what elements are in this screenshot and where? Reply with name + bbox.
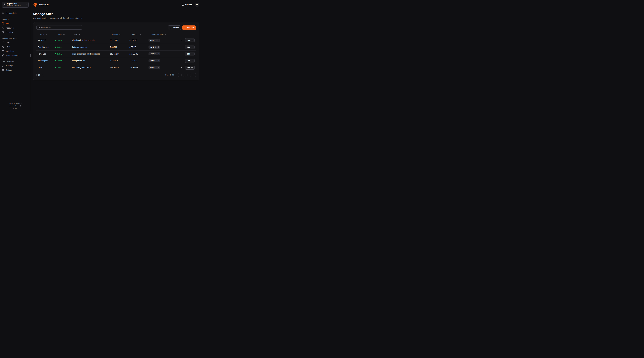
sidebar-item-api-keys[interactable]: API Keys bbox=[0, 63, 30, 68]
online-status-cell: Online bbox=[55, 39, 72, 41]
sidebar-item-label: Shareable Links bbox=[6, 54, 18, 57]
avatar[interactable]: M bbox=[195, 2, 199, 7]
online-status-cell: Online bbox=[55, 46, 72, 48]
column-header-name[interactable]: Name bbox=[36, 33, 55, 35]
search-input[interactable] bbox=[41, 26, 81, 28]
sidebar-item-resources[interactable]: Resources bbox=[0, 26, 30, 30]
table-row: Jeff's Laptop Online smug-brown-rat 12.6… bbox=[36, 57, 196, 64]
column-header-site[interactable]: Site bbox=[72, 33, 110, 35]
user-icon bbox=[2, 41, 4, 43]
sort-icon bbox=[164, 33, 166, 35]
chevron-left-icon bbox=[184, 74, 186, 76]
online-dot bbox=[55, 46, 56, 48]
column-header-data-in[interactable]: Data In bbox=[110, 33, 130, 35]
edit-button[interactable]: Edit bbox=[185, 38, 195, 42]
refresh-label: Refresh bbox=[172, 27, 179, 29]
online-status-label: Online bbox=[57, 67, 62, 69]
connection-type-name: Newt bbox=[150, 67, 154, 68]
row-menu-button[interactable] bbox=[180, 53, 182, 55]
globe-icon bbox=[2, 31, 4, 33]
online-status-label: Online bbox=[57, 46, 62, 48]
site-name-cell: Jeff's Laptop bbox=[36, 60, 55, 62]
connection-type-name: Newt bbox=[150, 53, 154, 55]
section-label-organization: ORGANIZATION bbox=[0, 61, 30, 62]
column-label: Site bbox=[74, 33, 77, 35]
theme-toggle[interactable]: System bbox=[182, 4, 192, 6]
building-icon bbox=[4, 3, 6, 6]
sidebar-item-users[interactable]: Users bbox=[0, 40, 30, 44]
sidebar-item-domains[interactable]: Domains bbox=[0, 30, 30, 34]
connection-type-badge: Newt v1.3.2 bbox=[148, 45, 160, 49]
column-header-connection-type[interactable]: Connection Type bbox=[148, 33, 173, 35]
column-header-online[interactable]: Online bbox=[55, 33, 72, 35]
edit-button[interactable]: Edit bbox=[185, 45, 195, 49]
community-edition-link[interactable]: Community Edition bbox=[8, 103, 22, 104]
topbar-right: System M bbox=[182, 2, 199, 7]
data-in-cell: 112.42 GB bbox=[110, 53, 130, 55]
last-page-button[interactable] bbox=[192, 73, 196, 77]
avatar-initial: M bbox=[196, 4, 198, 6]
sidebar-item-settings[interactable]: Settings bbox=[0, 68, 30, 72]
sidebar-item-invitations[interactable]: Invitations bbox=[0, 49, 30, 53]
data-in-cell: 12.65 GB bbox=[110, 60, 130, 62]
sidebar-item-shareable-links[interactable]: Shareable Links bbox=[0, 53, 30, 58]
next-page-button[interactable] bbox=[188, 73, 191, 77]
chevron-right-icon bbox=[188, 74, 190, 76]
sidebar-item-label: Users bbox=[6, 41, 10, 43]
site-name-cell: AWS VPC bbox=[36, 39, 55, 41]
online-status-label: Online bbox=[57, 39, 62, 41]
sidebar-item-label: API Keys bbox=[6, 65, 13, 67]
connection-type-name: Newt bbox=[150, 60, 154, 62]
key-icon bbox=[2, 65, 4, 67]
refresh-button[interactable]: Refresh bbox=[168, 25, 181, 30]
online-dot bbox=[55, 40, 56, 41]
online-status-label: Online bbox=[57, 53, 62, 55]
brand[interactable]: PANGOLIN bbox=[33, 3, 49, 7]
search-box[interactable] bbox=[36, 25, 82, 29]
page-subtitle: Allow connectivity to your network throu… bbox=[33, 17, 199, 19]
chevrons-up-down-icon bbox=[25, 4, 27, 5]
table-body: AWS VPC Online vivacious-little-blue-pen… bbox=[36, 37, 196, 71]
previous-page-button[interactable] bbox=[183, 73, 186, 77]
add-site-button[interactable]: Add Site bbox=[182, 25, 196, 30]
edit-label: Edit bbox=[187, 46, 190, 48]
online-status-cell: Online bbox=[55, 67, 72, 69]
table-row: Office Online welcome-giant-mole-rat 534… bbox=[36, 64, 196, 71]
arrow-right-icon bbox=[191, 60, 193, 62]
arrow-right-icon bbox=[191, 46, 193, 48]
data-in-cell: 30.12 MB bbox=[110, 39, 130, 41]
page-size-select[interactable]: 20 bbox=[36, 73, 44, 77]
brand-name: PANGOLIN bbox=[39, 4, 49, 6]
row-actions: Edit bbox=[173, 45, 196, 49]
row-menu-button[interactable] bbox=[180, 46, 182, 48]
org-selector-title: Organization bbox=[7, 3, 24, 5]
row-menu-button[interactable] bbox=[180, 60, 182, 62]
connection-type-cell: Newt v1.3.2 bbox=[148, 52, 173, 55]
connection-type-badge: Newt v1.3.2 bbox=[148, 66, 160, 69]
table-row: Home Lab Online dead-san-joaquin-antelop… bbox=[36, 50, 196, 57]
sidebar-item-label: Resources bbox=[6, 27, 14, 29]
sidebar-item-sites[interactable]: Sites bbox=[0, 21, 30, 26]
row-menu-button[interactable] bbox=[180, 39, 182, 41]
table-header-row: Name Online Site Data In Data Out bbox=[36, 32, 196, 37]
page-size-value: 20 bbox=[38, 74, 40, 76]
section-label-access-control: ACCESS CONTROL bbox=[0, 37, 30, 39]
connection-type-badge: Newt v1.3.2 bbox=[148, 59, 160, 62]
org-selector[interactable]: Organization milo@fossorial.io's ... bbox=[2, 2, 28, 7]
edit-button[interactable]: Edit bbox=[185, 52, 195, 56]
sort-icon bbox=[63, 33, 65, 35]
edit-button[interactable]: Edit bbox=[185, 59, 195, 63]
sidebar-item-roles[interactable]: Roles bbox=[0, 45, 30, 49]
column-header-data-out[interactable]: Data Out bbox=[130, 33, 148, 35]
documentation-label: Documentation bbox=[9, 105, 19, 107]
row-menu-button[interactable] bbox=[180, 66, 182, 69]
documentation-link[interactable]: Documentation bbox=[9, 105, 21, 107]
sort-icon bbox=[78, 33, 80, 35]
org-selector-subtitle: milo@fossorial.io's ... bbox=[7, 5, 24, 7]
site-slug-cell: smug-brown-rat bbox=[72, 60, 110, 62]
sidebar-resize-handle[interactable] bbox=[30, 54, 30, 57]
sidebar-item-server-admin[interactable]: Server Admin bbox=[0, 11, 30, 15]
first-page-button[interactable] bbox=[178, 73, 182, 77]
arrow-right-icon bbox=[191, 53, 193, 55]
edit-button[interactable]: Edit bbox=[185, 66, 195, 70]
